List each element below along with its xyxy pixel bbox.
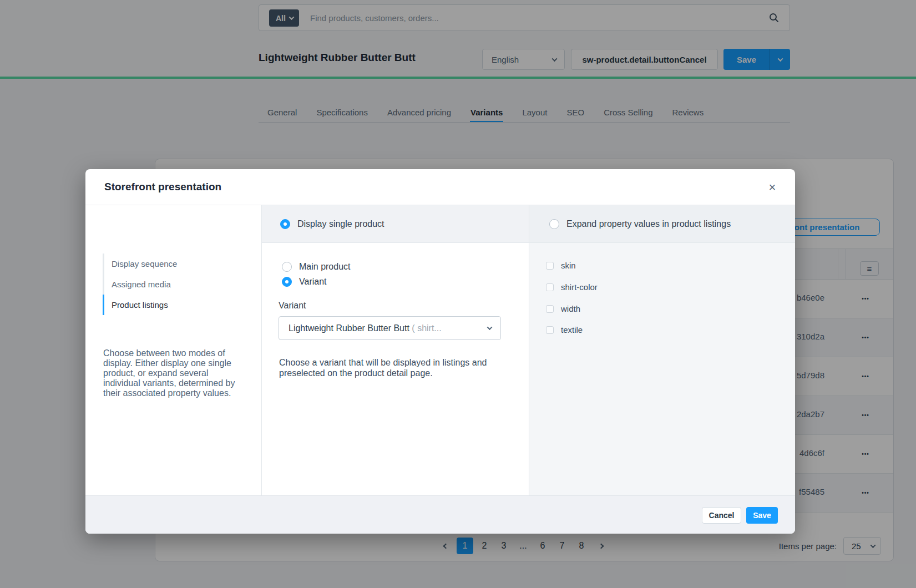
modal-save-button[interactable]: Save: [746, 507, 778, 524]
checkbox-unchecked-icon: [546, 305, 554, 313]
property-label: width: [561, 304, 580, 313]
modal-sidebar: Display sequence Assigned media Product …: [85, 205, 262, 495]
variant-select[interactable]: Lightweight Rubber Butter Butt ( shirt..…: [279, 316, 501, 340]
modal-footer: Cancel Save: [85, 495, 795, 534]
close-icon[interactable]: ×: [764, 179, 781, 196]
radio-unselected-icon: [549, 219, 559, 229]
property-checkbox-width[interactable]: width: [546, 304, 580, 313]
sidebar-item-product-listings[interactable]: Product listings: [103, 295, 244, 315]
expand-property-values-label: Expand property values in product listin…: [566, 219, 731, 229]
expand-mode-body: skin shirt-color width textile: [529, 243, 795, 495]
display-single-product-radio[interactable]: Display single product: [280, 219, 384, 229]
chevron-down-icon: [487, 325, 493, 330]
checkbox-unchecked-icon: [546, 326, 554, 334]
sidebar-item-assigned-media[interactable]: Assigned media: [103, 274, 244, 295]
modal-title: Storefront presentation: [104, 181, 221, 193]
variant-radio-label: Variant: [299, 277, 327, 287]
property-checkbox-textile[interactable]: textile: [546, 325, 583, 334]
property-label: textile: [561, 325, 583, 334]
radio-selected-icon: [282, 277, 292, 287]
variant-select-value: Lightweight Rubber Butter Butt: [289, 323, 409, 333]
sidebar-description: Choose between two modes of display. Eit…: [103, 348, 241, 398]
single-product-mode-body: Main product Variant Variant Lightweight…: [262, 243, 529, 495]
property-label: shirt-color: [561, 282, 598, 292]
checkbox-unchecked-icon: [546, 262, 554, 270]
expand-property-values-radio[interactable]: Expand property values in product listin…: [549, 219, 731, 229]
property-checkbox-skin[interactable]: skin: [546, 261, 576, 270]
main-product-radio[interactable]: Main product: [282, 262, 351, 272]
property-label: skin: [561, 261, 576, 270]
variant-field-label: Variant: [279, 301, 306, 311]
variant-select-value-muted: ( shirt...: [412, 323, 441, 333]
modal-header: Storefront presentation ×: [85, 169, 795, 205]
checkbox-unchecked-icon: [546, 283, 554, 291]
single-product-mode-header: Display single product: [262, 205, 529, 243]
expand-mode-header: Expand property values in product listin…: [529, 205, 795, 243]
property-checkbox-shirt-color[interactable]: shirt-color: [546, 282, 598, 292]
app-window: All Lightweight Rubber Butter Butt Engli…: [0, 0, 916, 588]
display-single-product-label: Display single product: [297, 219, 384, 229]
variant-help-text: Choose a variant that will be displayed …: [279, 357, 497, 378]
storefront-presentation-modal: Storefront presentation × Display sequen…: [85, 169, 795, 534]
modal-cancel-button[interactable]: Cancel: [702, 507, 741, 524]
sidebar-item-display-sequence[interactable]: Display sequence: [103, 254, 244, 274]
radio-unselected-icon: [282, 262, 292, 272]
radio-selected-icon: [280, 219, 290, 229]
main-product-label: Main product: [299, 262, 351, 272]
variant-radio[interactable]: Variant: [282, 277, 327, 287]
